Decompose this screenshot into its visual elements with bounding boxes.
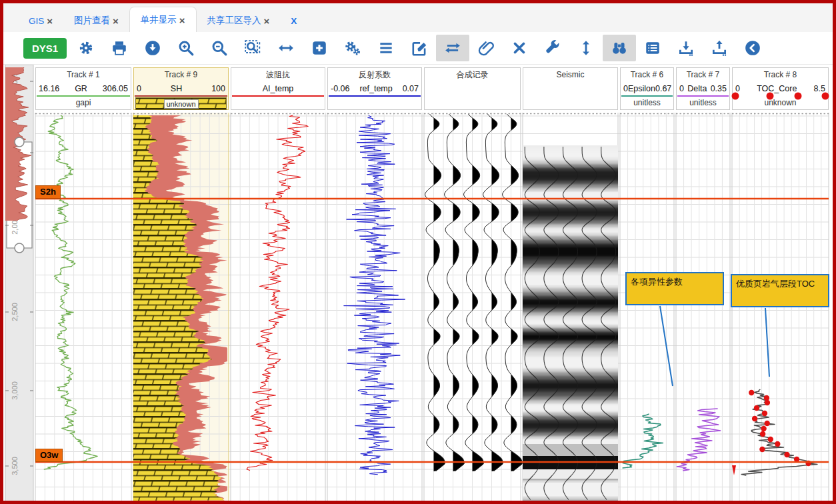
unit-label: unitless — [621, 97, 673, 109]
track-title: 反射系数 — [328, 68, 421, 81]
scale-max: 306.05 — [103, 84, 128, 93]
horizontal-fit-icon[interactable] — [269, 35, 303, 61]
settings-icon[interactable] — [69, 35, 103, 61]
download-circle-icon[interactable] — [136, 35, 169, 61]
curve-name: AI_temp — [234, 84, 322, 93]
track-header-track7[interactable]: Track # 7 0 Delta 0.35 unitless — [676, 67, 730, 110]
tools-icon[interactable] — [536, 35, 569, 61]
curve-name: SH — [141, 84, 211, 93]
track-header-track1[interactable]: Track # 1 16.16 GR 306.05 gapi — [35, 67, 131, 110]
settings-multi-icon[interactable] — [336, 35, 369, 61]
unit-label: unknown — [733, 97, 828, 109]
curve-color-bar — [677, 95, 729, 97]
curve-color-bar — [425, 95, 519, 97]
vertical-fit-icon[interactable] — [569, 35, 603, 61]
import-icon[interactable] — [669, 35, 703, 61]
tab-label: X — [291, 16, 297, 26]
curve-color-bar — [621, 95, 673, 97]
curve-color-bar — [37, 95, 130, 97]
scale-max: 0.07 — [403, 84, 419, 93]
track-title: Seismic — [523, 68, 617, 81]
lithology-label: unknown — [163, 99, 198, 109]
annotation-leader-line — [765, 308, 769, 377]
curve-name: Epsilon — [628, 84, 655, 93]
core-point-marker — [822, 93, 829, 100]
tab-close-icon[interactable]: × — [264, 15, 270, 27]
track-title: Track # 6 — [621, 68, 673, 81]
track-header-impedance[interactable]: 波阻抗 AI_temp — [231, 67, 325, 110]
tab-close-icon[interactable]: × — [47, 15, 53, 27]
edit-icon[interactable] — [403, 35, 436, 61]
curve-color-bar — [329, 95, 421, 97]
depth-strip[interactable]: 1,0091,5002,0002,5003,0003,500 — [5, 65, 33, 501]
tab-label: 单井显示 — [141, 14, 177, 26]
tab-shared-workspace-import[interactable]: 共享工区导入 × — [197, 9, 281, 32]
track-header-track6[interactable]: Track # 6 0 Epsilon 0.67 unitless — [620, 67, 674, 110]
unit-label — [523, 97, 617, 109]
unit-label: unitless — [677, 97, 729, 109]
zoom-in-icon[interactable] — [169, 35, 203, 61]
toc-red-tail — [732, 465, 736, 475]
depth-label: 2,500 — [11, 303, 19, 321]
well-select-button[interactable]: DYS1 — [23, 38, 67, 59]
print-icon[interactable] — [103, 35, 136, 61]
scale-max: 8.5 — [814, 84, 825, 93]
unit-label: gapi — [36, 97, 131, 109]
curve-name: Delta — [684, 84, 711, 93]
tab-label: 共享工区导入 — [207, 15, 261, 27]
curve-color-bar — [135, 95, 227, 97]
unit-label — [231, 97, 325, 109]
horizon-label-o3w[interactable]: O3w — [35, 449, 63, 462]
tab-x[interactable]: X — [280, 9, 307, 32]
swap-tracks-icon[interactable] — [436, 35, 469, 61]
annotation-toc[interactable]: 优质页岩气层段TOC — [731, 274, 829, 307]
scale-min: 0 — [735, 84, 740, 93]
log-display-area: 1,0091,5002,0002,5003,0003,500 Track # 1… — [0, 64, 836, 501]
curve-color-bar — [524, 95, 617, 97]
core-point-marker — [795, 93, 802, 100]
scale-min: -0.06 — [331, 84, 350, 93]
track-header-track8[interactable]: Track # 8 0 TOC_Core 8.5 unknown — [732, 67, 829, 110]
curve-name: TOC_Core — [740, 84, 814, 93]
tab-close-icon[interactable]: × — [113, 15, 119, 27]
track-header-synthetic[interactable]: 合成记录 — [424, 67, 521, 110]
toolbar-icons — [69, 35, 769, 61]
close-icon[interactable] — [503, 35, 536, 61]
annotation-anisotropy[interactable]: 各项异性参数 — [625, 272, 724, 305]
track-header-seismic[interactable]: Seismic — [523, 67, 618, 110]
export-icon[interactable] — [703, 35, 736, 61]
list-icon[interactable] — [636, 35, 669, 61]
horizon-label-s2h[interactable]: S2h — [35, 185, 61, 199]
toolbar: DYS1 — [3, 32, 833, 64]
tab-image-view[interactable]: 图片查看 × — [63, 9, 129, 32]
track-header-reflection[interactable]: 反射系数 -0.06 ref_temp 0.07 — [327, 67, 422, 110]
unit-label — [328, 97, 421, 109]
zoom-out-icon[interactable] — [203, 35, 236, 61]
attach-icon[interactable] — [469, 35, 503, 61]
scale-min: 0 — [679, 84, 684, 93]
back-icon[interactable] — [736, 35, 769, 61]
scale-min: 0 — [137, 84, 141, 93]
depth-window-handle[interactable] — [15, 137, 24, 147]
depth-window-handle[interactable] — [15, 243, 24, 253]
scale-max: 100 — [211, 84, 225, 93]
add-track-icon[interactable] — [303, 35, 336, 61]
track-title: 合成记录 — [425, 68, 520, 81]
tab-close-icon[interactable]: × — [179, 15, 185, 26]
unit-label — [425, 97, 520, 109]
search-binoculars-icon[interactable] — [603, 35, 636, 61]
tab-single-well-display[interactable]: 单井显示 × — [129, 7, 197, 33]
menu-icon[interactable] — [369, 35, 403, 61]
scale-max: 0.35 — [711, 84, 727, 93]
toc-core-points — [749, 390, 811, 466]
epsilon-curve — [623, 414, 663, 468]
track-title: Track # 7 — [677, 68, 729, 81]
track-title: Track # 9 — [134, 68, 228, 81]
tab-gis[interactable]: GIS × — [18, 9, 63, 32]
core-point-marker — [766, 93, 773, 100]
track-title: 波阻抗 — [231, 68, 325, 81]
tab-label: GIS — [29, 16, 44, 26]
track-header-track9[interactable]: Track # 9 0 SH 100 unknown — [133, 67, 229, 110]
zoom-select-icon[interactable] — [236, 35, 269, 61]
scale-min: 16.16 — [39, 84, 59, 93]
